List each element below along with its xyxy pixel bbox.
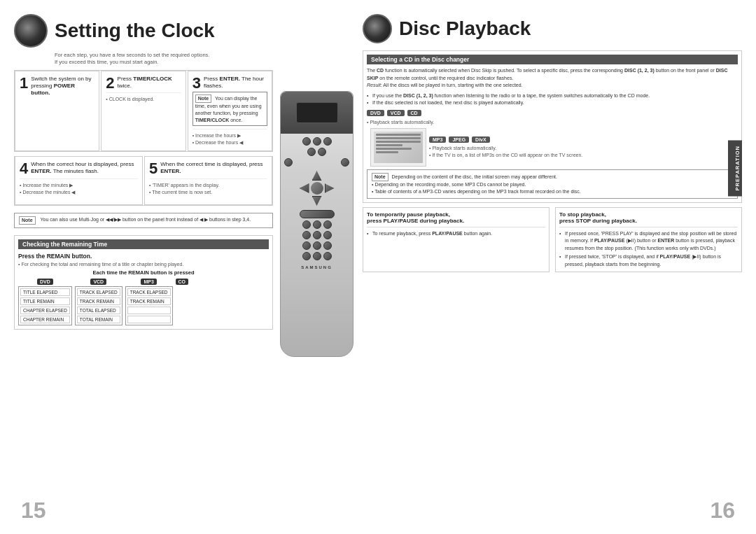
mp3-jpeg-divx-row: MP3 JPEG DivX • Playback starts automati… — [367, 128, 738, 167]
mp3-badge: MP3 — [141, 279, 156, 285]
remote-btn — [302, 220, 311, 229]
remote-screen — [296, 102, 338, 123]
remote-control: SAMSUNG — [280, 91, 354, 357]
step-2-box: 2 Press TIMER/CLOCK twice. • CLOCK is di… — [101, 71, 186, 152]
remote-btn — [302, 137, 311, 146]
thumb-line — [376, 148, 412, 150]
steps-grid-bottom: 4 When the correct hour is displayed, pr… — [14, 156, 273, 206]
remote-btn — [323, 220, 332, 229]
dvd-badge: DVD — [37, 279, 53, 285]
dpad-down — [312, 196, 322, 206]
step-3-box: 3 Press ENTER. The hour flashes. Note Yo… — [188, 71, 272, 152]
thumb-line — [376, 137, 421, 139]
subtitle: For each step, you have a few seconds to… — [55, 52, 273, 66]
vcd-badge: VCD — [90, 279, 106, 285]
stop-bullet-2: If pressed twice, 'STOP' is displayed, a… — [559, 253, 738, 268]
remote-btn — [302, 241, 311, 250]
dvd-remain-table: TITLE ELAPSED TITLE REMAIN CHAPTER ELAPS… — [18, 286, 72, 325]
step-2-bullets: • CLOCK is displayed. — [106, 92, 181, 103]
disc-note-text-3: • Table of contents of a MP3-CD varies d… — [372, 189, 581, 194]
remain-bullet: • For checking the total and remaining t… — [18, 262, 269, 267]
remain-table-title: Each time the REMAIN button is pressed — [18, 269, 269, 276]
step-1-box: 1 Switch the system on by pressing POWER… — [15, 71, 99, 152]
dpad-left — [300, 183, 309, 193]
remote-btn — [302, 252, 311, 260]
main-note-box: Note You can also use Multi-Jog or ◀◀/▶▶… — [14, 213, 273, 228]
selecting-cd-header: Selecting a CD in the Disc changer — [367, 55, 738, 64]
remain-button-text: Press the REMAIN button. — [18, 253, 269, 260]
remote-btn — [313, 231, 321, 239]
pause-playback-title: To temporarily pause playback,press PLAY… — [367, 211, 545, 224]
stop-bullet-1: If pressed once, 'PRESS PLAY' is display… — [559, 230, 738, 253]
step-4-text: When the correct hour is displayed, pres… — [20, 161, 138, 176]
disc-note-label: Note — [372, 173, 388, 181]
remote-buttons: SAMSUNG — [281, 134, 353, 273]
step-5-text: When the correct time is displayed, pres… — [149, 161, 267, 176]
speaker-icon — [14, 14, 48, 48]
disc-note-text-2: • Depending on the recording mode, some … — [372, 182, 526, 187]
page-number-right: 16 — [710, 498, 735, 524]
step-4-number: 4 — [20, 161, 28, 176]
step-2-number: 2 — [106, 76, 114, 91]
dvd-playback-note: • Playback starts automatically. — [367, 119, 738, 126]
mp3-playback-note-2: • If the TV is on, a list of MP3s on the… — [429, 152, 582, 159]
checking-header: Checking the Remaining Time — [18, 239, 269, 249]
cd-format-badge: CD — [407, 110, 421, 116]
jpeg-format-badge: JPEG — [449, 136, 469, 143]
bottom-playback-row: To temporarily pause playback,press PLAY… — [363, 207, 742, 273]
steps-grid-top: 1 Switch the system on by pressing POWER… — [14, 70, 273, 153]
samsung-label: SAMSUNG — [301, 265, 332, 269]
remote-btn — [323, 241, 332, 250]
dvd-format-badge: DVD — [367, 110, 384, 116]
remote-btn — [313, 137, 321, 146]
preparation-sidebar: PREPARATION — [728, 140, 742, 196]
step-1-text: Switch the system on by pressing POWER b… — [20, 76, 94, 97]
remote-btn — [341, 158, 349, 167]
content-column: Disc Playback Selecting a CD in the Disc… — [363, 14, 742, 520]
thumb-line — [376, 141, 421, 143]
step-2-text: Press TIMER/CLOCK twice. — [106, 76, 181, 90]
remote-top — [281, 92, 353, 134]
mp3-playback-note-1: • Playback starts automatically. — [429, 145, 582, 152]
selecting-cd-text: The CD function is automatically selecte… — [367, 67, 738, 90]
thumb-line — [376, 134, 421, 136]
disc-playback-header: Disc Playback — [363, 14, 742, 43]
step-5-number: 5 — [149, 161, 158, 176]
step-3-bullets: • Increase the hours ▶• Decrease the hou… — [192, 129, 267, 146]
left-section: Setting the Clock For each step, you hav… — [14, 14, 273, 520]
remote-column: SAMSUNG — [280, 14, 357, 520]
selecting-cd-bullet-1: If you use the DISC (1, 2, 3) function w… — [367, 92, 738, 100]
remain-table-container: DVD TITLE ELAPSED TITLE REMAIN CHAPTER E… — [18, 279, 269, 325]
cd-badge: CO — [176, 279, 189, 285]
mp3-remain-table: TRACK ELAPSED TRACK REMAIN — [125, 286, 173, 325]
step-5-bullets: • 'TIMER' appears in the display.• The c… — [149, 178, 267, 196]
stop-playback-box: To stop playback,press STOP during playb… — [555, 207, 742, 273]
dpad-right — [325, 183, 335, 193]
step-4-bullets: • Increase the minutes ▶• Decrease the m… — [20, 178, 138, 196]
pause-playback-box: To temporarily pause playback,press PLAY… — [363, 207, 550, 273]
remote-btn — [302, 231, 311, 239]
remote-btn — [318, 148, 326, 156]
right-section: SAMSUNG Disc Playback Selecting a CD in … — [280, 14, 742, 520]
disc-note-text-1: Depending on the content of the disc, th… — [392, 174, 557, 179]
remote-btn-wide — [300, 210, 335, 218]
note-label: Note — [195, 94, 212, 103]
note-text: You can also use Multi-Jog or ◀◀/▶▶ butt… — [41, 216, 251, 223]
vcd-format-badge: VCD — [387, 110, 405, 116]
thumbnail-inner — [374, 132, 423, 163]
dpad-center — [311, 182, 323, 195]
disc-speaker-icon — [363, 14, 392, 43]
step-5-box: 5 When the correct time is displayed, pr… — [144, 156, 272, 205]
thumb-line — [376, 151, 398, 153]
remote-btn — [323, 252, 332, 260]
selecting-cd-bullet-2: If the disc selected is not loaded, the … — [367, 99, 738, 107]
disc-playback-title: Disc Playback — [399, 17, 531, 40]
checking-section: Checking the Remaining Time Press the RE… — [14, 235, 273, 330]
remote-btn — [313, 220, 321, 229]
step-1-number: 1 — [20, 76, 28, 91]
remote-btn — [313, 241, 321, 250]
pause-bullet: To resume playback, press PLAY/PAUSE but… — [367, 230, 545, 238]
mp3-format-badge: MP3 — [429, 136, 446, 143]
dvd-vcd-cd-row: DVD VCD CD — [367, 110, 738, 116]
divx-format-badge: DivX — [472, 136, 490, 143]
